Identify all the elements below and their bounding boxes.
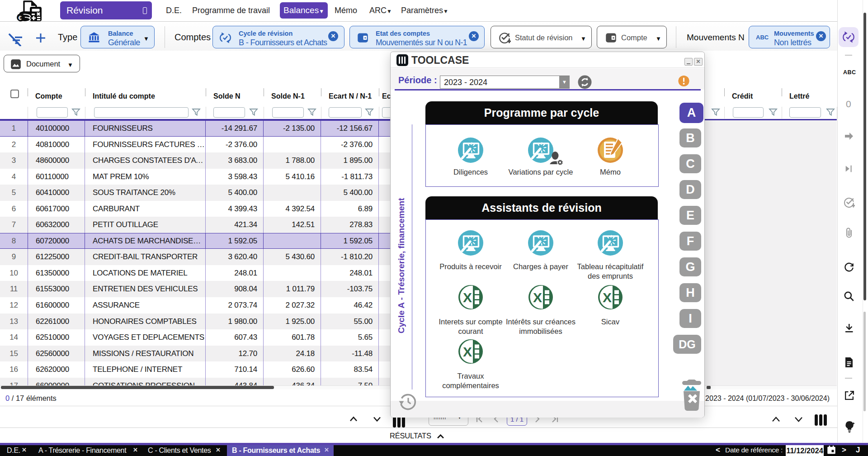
svg-text:€: € (19, 14, 22, 21)
